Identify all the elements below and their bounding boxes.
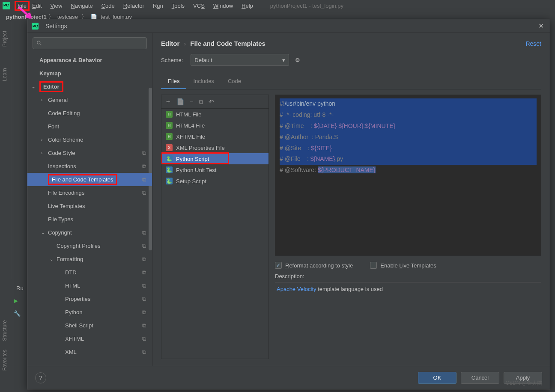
template-setup-script[interactable]: Setup Script <box>161 175 269 187</box>
add-icon[interactable]: ＋ <box>165 98 171 106</box>
chevron-down-icon: ▾ <box>282 57 285 63</box>
wrench-icon[interactable]: 🔧 <box>14 310 21 317</box>
velocity-link[interactable]: Apache Velocity <box>277 286 316 292</box>
template-xhtml-file[interactable]: HXHTML File <box>161 131 269 142</box>
cancel-button[interactable]: Cancel <box>461 372 499 384</box>
tree-item-copyright[interactable]: ⌄Copyright⧉ <box>27 226 152 239</box>
scheme-select[interactable]: Default ▾ <box>191 54 289 66</box>
copy-icon: ⧉ <box>142 243 146 249</box>
run-label[interactable]: Ru <box>11 282 29 294</box>
tree-item-dtd[interactable]: DTD⧉ <box>27 266 152 279</box>
help-button[interactable]: ? <box>35 372 46 383</box>
path-root[interactable]: Editor <box>161 40 179 47</box>
menu-bar: File Edit View Navigate Code Refactor Ru… <box>0 0 555 11</box>
tree-item-general[interactable]: ›General <box>27 93 152 107</box>
menu-refactor[interactable]: Refactor <box>119 1 149 11</box>
svg-line-1 <box>40 44 42 45</box>
description-label: Description: <box>275 273 541 279</box>
chevron-right-icon: › <box>41 98 42 102</box>
template-python-unit-test[interactable]: Python Unit Test <box>161 164 269 175</box>
menu-vcs[interactable]: VCS <box>189 1 209 11</box>
undo-icon[interactable]: ↶ <box>209 98 214 106</box>
template-xml-properties-file[interactable]: XXML Properties File <box>161 142 269 153</box>
tab-project[interactable]: Project <box>0 27 9 51</box>
file-icon: H <box>166 133 173 140</box>
tab-structure[interactable]: Structure <box>0 316 9 345</box>
menu-tools[interactable]: Tools <box>167 1 189 11</box>
tree-item-appearance-behavior[interactable]: Appearance & Behavior <box>27 53 152 67</box>
window-title: pythonProject1 - test_login.py <box>257 3 343 9</box>
menu-view[interactable]: View <box>46 1 66 11</box>
close-icon[interactable]: ✕ <box>537 20 546 32</box>
gear-icon[interactable]: ⚙ <box>295 57 300 63</box>
tree-item-shell-script[interactable]: Shell Script⧉ <box>27 319 152 332</box>
tree-item-python[interactable]: Python⧉ <box>27 306 152 319</box>
menu-run[interactable]: Run <box>149 1 167 11</box>
copy-icon: ⧉ <box>142 176 146 183</box>
copy-icon[interactable]: ⧉ <box>199 98 203 106</box>
template-list[interactable]: HHTML FileHHTML4 FileHXHTML FileXXML Pro… <box>161 109 269 359</box>
chevron-down-icon: ⌄ <box>32 84 35 89</box>
dialog-pycharm-icon <box>32 23 39 30</box>
template-html-file[interactable]: HHTML File <box>161 109 269 120</box>
tree-item-properties[interactable]: Properties⧉ <box>27 292 152 306</box>
tab-learn[interactable]: Learn <box>0 64 9 86</box>
tree-item-live-templates[interactable]: Live Templates <box>27 199 152 213</box>
tree-item-keymap[interactable]: Keymap <box>27 67 152 80</box>
left-tool-panel: Project Learn <box>0 22 11 279</box>
menu-window[interactable]: Window <box>209 1 237 11</box>
tab-favorites[interactable]: Favorites <box>0 345 9 375</box>
menu-code[interactable]: Code <box>97 1 119 11</box>
run-icon[interactable]: ▶ <box>14 297 18 304</box>
tree-item-xhtml[interactable]: XHTML⧉ <box>27 332 152 345</box>
settings-sidebar: Appearance & BehaviorKeymap⌄Editor›Gener… <box>27 33 152 366</box>
copy-icon: ⧉ <box>142 190 146 196</box>
template-html4-file[interactable]: HHTML4 File <box>161 120 269 131</box>
tree-item-file-encodings[interactable]: File Encodings⧉ <box>27 186 152 199</box>
tree-item-copyright-profiles[interactable]: Copyright Profiles⧉ <box>27 239 152 252</box>
menu-help[interactable]: Help <box>237 1 257 11</box>
reset-link[interactable]: Reset <box>525 40 541 47</box>
template-list-panel: ＋ 📄 − ⧉ ↶ HHTML FileHHTML4 FileHXHTML Fi… <box>161 95 269 359</box>
file-icon <box>166 178 173 184</box>
tree-item-inspections[interactable]: Inspections⧉ <box>27 160 152 173</box>
copy-icon: ⧉ <box>142 349 146 356</box>
tree-item-file-and-code-templates[interactable]: File and Code Templates⧉ <box>27 173 152 186</box>
tab-includes[interactable]: Includes <box>186 74 221 89</box>
file-icon <box>166 155 173 162</box>
remove-icon[interactable]: − <box>190 98 194 105</box>
chevron-right-icon: › <box>41 151 42 155</box>
search-input[interactable] <box>33 37 147 49</box>
tab-code[interactable]: Code <box>221 74 248 89</box>
copy-icon: ⧉ <box>142 322 146 329</box>
tab-files[interactable]: Files <box>161 74 186 89</box>
copyfile-icon[interactable]: 📄 <box>176 98 185 106</box>
chevron-right-icon: › <box>41 137 42 142</box>
chevron-down-icon: ⌄ <box>50 257 53 261</box>
tree-item-code-style[interactable]: ›Code Style⧉ <box>27 146 152 160</box>
tree-item-file-types[interactable]: File Types <box>27 213 152 226</box>
settings-tree[interactable]: Appearance & BehaviorKeymap⌄Editor›Gener… <box>27 53 152 366</box>
copy-icon: ⧉ <box>142 309 146 316</box>
template-editor[interactable]: #!/usr/bin/env python # -*- coding: utf-… <box>275 95 541 256</box>
copy-icon: ⧉ <box>142 336 146 342</box>
tree-item-color-scheme[interactable]: ›Color Scheme <box>27 133 152 146</box>
tree-item-font[interactable]: Font <box>27 120 152 133</box>
tree-item-xml[interactable]: XML⧉ <box>27 345 152 359</box>
path-leaf: File and Code Templates <box>190 40 266 47</box>
template-python-script[interactable]: Python Script <box>161 153 269 164</box>
tree-item-formatting[interactable]: ⌄Formatting⧉ <box>27 252 152 266</box>
ok-button[interactable]: OK <box>418 372 457 384</box>
description-box: Apache Velocity template language is use… <box>275 282 541 359</box>
tree-item-html[interactable]: HTML⧉ <box>27 279 152 292</box>
reformat-checkbox[interactable]: ✓Reformat according to style <box>275 262 353 269</box>
copy-icon: ⧉ <box>142 229 146 236</box>
enable-live-checkbox[interactable]: Enable Live Templates <box>370 262 436 269</box>
dialog-title: Settings <box>45 23 67 30</box>
settings-dialog: Settings ✕ Appearance & BehaviorKeymap⌄E… <box>27 19 550 389</box>
tree-item-editor[interactable]: ⌄Editor <box>27 80 152 93</box>
svg-point-0 <box>37 41 40 44</box>
menu-navigate[interactable]: Navigate <box>66 1 97 11</box>
copy-icon: ⧉ <box>142 296 146 303</box>
tree-item-code-editing[interactable]: Code Editing <box>27 107 152 120</box>
